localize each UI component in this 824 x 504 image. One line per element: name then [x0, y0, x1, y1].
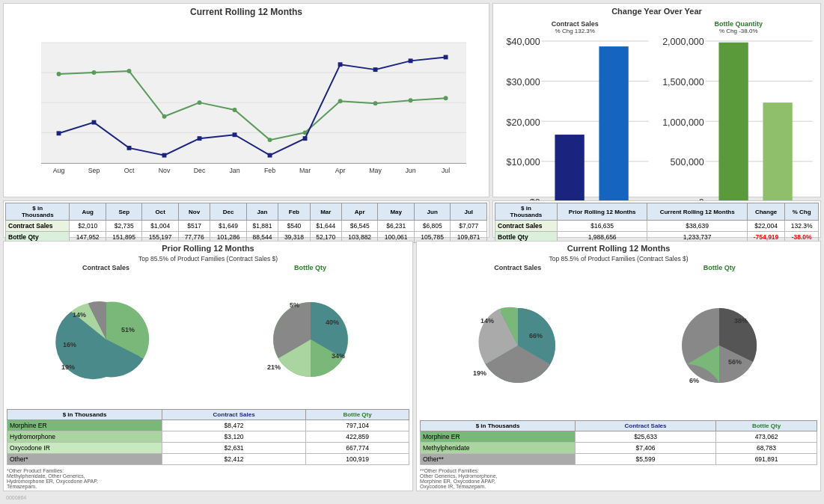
prior-row-3-cs: $2,412: [162, 454, 306, 465]
prior-row-2-bq: 667,774: [306, 443, 409, 454]
prior-charts-row: Contract Sales: [4, 264, 412, 408]
svg-point-29: [57, 72, 61, 76]
prior-row-1-cs: $3,120: [162, 431, 306, 443]
cs-dec: $1,649: [210, 221, 246, 232]
svg-text:Jan: Jan: [229, 167, 239, 174]
prior-table-container: $ in Thousands Contract Sales Bottle Qty…: [4, 408, 412, 467]
svg-text:38%: 38%: [734, 317, 748, 325]
curr-row-1-label: Methylphenidate: [421, 443, 576, 454]
svg-rect-44: [162, 153, 167, 158]
svg-text:19%: 19%: [473, 369, 486, 377]
prior-rolling-panel: Prior Rolling 12 Months Top 85.5% of Pro…: [3, 241, 413, 491]
sum-th-5: % Chg: [785, 203, 819, 221]
svg-text:Oct: Oct: [124, 167, 135, 174]
svg-text:Aug: Aug: [53, 167, 65, 174]
th-aug: Aug: [70, 203, 106, 221]
current-bq-pie-section: Bottle Qty 38% 56%: [619, 264, 821, 419]
prior-row-0-cs: $8,472: [162, 420, 306, 431]
prior-cs-pie-wrapper: 51% 19% 16% 14%: [4, 271, 208, 408]
current-cs-pie-wrapper: 66% 19% 14%: [417, 271, 619, 419]
svg-rect-43: [127, 146, 132, 150]
current-rolling-panel: Current Rolling 12 Months Top 85.5% of P…: [416, 241, 821, 491]
main-data-table-panel: $ inThousands Aug Sep Oct Nov Dec Jan Fe…: [3, 200, 489, 238]
svg-text:51%: 51%: [121, 326, 135, 334]
curr-th-2: Contract Sales: [576, 421, 716, 431]
svg-point-33: [198, 100, 202, 105]
curr-th-1: $ in Thousands: [421, 421, 576, 431]
svg-rect-79: [718, 43, 748, 202]
current-bq-pie: 38% 56% 6%: [656, 297, 783, 394]
prior-row-0-label: Morphine ER: [7, 420, 162, 431]
svg-text:5%: 5%: [290, 301, 299, 309]
prior-bq-pie-section: Bottle Qty 40% 34% 21% 5%: [208, 264, 412, 408]
sum-th-1: $ inThousands: [495, 203, 558, 221]
main-chart-title: Current Rolling 12 Months: [4, 4, 489, 20]
svg-point-32: [162, 114, 167, 119]
prior-th-3: Bottle Qty: [306, 410, 409, 420]
cs-nov: $517: [178, 221, 210, 232]
prior-th-2: Contract Sales: [162, 410, 306, 420]
prior-title: Prior Rolling 12 Months: [4, 242, 412, 255]
doc-id: 0000864: [3, 494, 821, 501]
svg-rect-42: [92, 120, 97, 125]
prior-row-2-label: Oxycodone IR: [7, 443, 162, 454]
svg-text:Apr: Apr: [335, 167, 346, 174]
prior-row-0-bq: 797,104: [306, 420, 409, 431]
sum-cs-change: $22,004: [747, 221, 785, 232]
sum-th-4: Change: [747, 203, 785, 221]
prior-row-3-label: Other*: [7, 454, 162, 465]
th-nov: Nov: [178, 203, 210, 221]
bottom-row: Prior Rolling 12 Months Top 85.5% of Pro…: [3, 241, 821, 491]
th-feb: Feb: [278, 203, 310, 221]
curr-row-2-bq: 691,891: [716, 454, 817, 465]
prior-data-table: $ in Thousands Contract Sales Bottle Qty…: [7, 409, 409, 465]
cs-jan: $1,881: [246, 221, 278, 232]
sum-cs-pct: 132.3%: [785, 221, 819, 232]
svg-rect-66: [599, 46, 628, 201]
sum-th-2: Prior Rolling 12 Months: [557, 203, 647, 221]
current-data-table: $ in Thousands Contract Sales Bottle Qty…: [420, 420, 817, 465]
current-cs-pie-label: Contract Sales: [494, 264, 541, 271]
th-dec: Dec: [210, 203, 246, 221]
cs-feb: $540: [278, 221, 310, 232]
svg-text:Nov: Nov: [159, 167, 171, 174]
svg-point-30: [92, 70, 97, 75]
svg-rect-51: [409, 58, 413, 63]
svg-text:Jun: Jun: [405, 167, 415, 174]
curr-row-2-cs: $5,599: [576, 454, 716, 465]
top-row: Current Rolling 12 Months $8,000 $6,000 …: [3, 3, 821, 197]
prior-subtitle: Top 85.5% of Product Families (Contract …: [4, 255, 412, 264]
prior-row-2-cs: $2,631: [162, 443, 306, 454]
cs-jul: $7,077: [451, 221, 487, 232]
svg-text:$30,000: $30,000: [507, 77, 540, 87]
summary-table: $ inThousands Prior Rolling 12 Months Cu…: [495, 203, 819, 243]
sum-cs-label: Contract Sales: [495, 221, 558, 232]
main-data-table: $ inThousands Aug Sep Oct Nov Dec Jan Fe…: [5, 203, 487, 243]
current-bq-pie-label: Bottle Qty: [704, 264, 736, 271]
svg-text:Jul: Jul: [442, 167, 450, 174]
svg-text:Mar: Mar: [299, 167, 311, 174]
prior-row-1-label: Hydromorphone: [7, 431, 162, 443]
prior-cs-pie-label: Contract Sales: [82, 264, 129, 271]
yoy-bq-label: Bottle Quantity: [715, 20, 763, 28]
prior-bq-pie: 40% 34% 21% 5%: [243, 291, 378, 388]
sum-cs-prior: $16,635: [557, 221, 647, 232]
current-subtitle: Top 85.5% of Product Families (Contract …: [417, 255, 820, 264]
svg-point-40: [444, 96, 448, 100]
th-jan: Jan: [246, 203, 278, 221]
svg-rect-48: [303, 136, 308, 141]
current-charts-row: Contract Sales 66% 19% 14%: [417, 264, 820, 419]
yoy-cs-pct: % Chg 132.3%: [555, 28, 595, 34]
summary-table-panel: $ inThousands Prior Rolling 12 Months Cu…: [492, 200, 821, 238]
curr-row-0-label: Morphine ER: [421, 431, 576, 443]
sum-th-3: Current Rolling 12 Months: [647, 203, 747, 221]
th-mar: Mar: [310, 203, 341, 221]
svg-text:19%: 19%: [61, 363, 75, 371]
main-line-chart: $8,000 $6,000 $4,000 $2,000 $0 200,000 1…: [41, 20, 466, 197]
svg-rect-65: [555, 135, 584, 201]
curr-row-2-label: Other**: [421, 454, 576, 465]
middle-row: $ inThousands Aug Sep Oct Nov Dec Jan Fe…: [3, 200, 821, 238]
current-cs-pie-section: Contract Sales 66% 19% 14%: [417, 264, 619, 419]
cs-mar: $1,644: [310, 221, 341, 232]
svg-text:66%: 66%: [529, 332, 543, 339]
